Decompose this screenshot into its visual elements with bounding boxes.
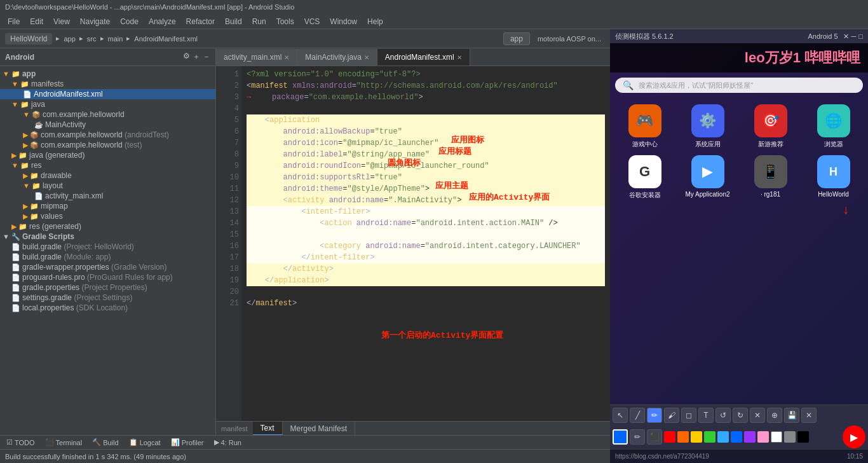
draw-close2-btn[interactable]: ✕ — [801, 408, 817, 423]
color-orange[interactable] — [677, 431, 689, 443]
app-icon-google[interactable]: G 谷歌安装器 — [616, 155, 673, 200]
tree-item-app[interactable]: ▼ 📁 app — [0, 69, 215, 79]
javagen-folder-icon: 📁 — [18, 151, 27, 160]
menu-item-file[interactable]: File — [3, 16, 25, 27]
color-black[interactable] — [797, 431, 809, 443]
menu-item-run[interactable]: Run — [247, 16, 271, 27]
tree-item-build-gradle-proj[interactable]: 📄 build.gradle (Project: HelloWorld) — [0, 242, 215, 252]
tree-item-manifests[interactable]: ▼ 📁 manifests — [0, 79, 215, 89]
color-red[interactable] — [664, 431, 675, 443]
emulator-maximize-icon[interactable]: □ — [858, 32, 863, 40]
color-blue[interactable] — [731, 431, 742, 443]
tree-item-local-props[interactable]: 📄 local.properties (SDK Location) — [0, 303, 215, 313]
logcat-btn[interactable]: 📋 Logcat — [125, 438, 165, 447]
menu-item-window[interactable]: Window — [325, 16, 362, 27]
app-icon-game-center[interactable]: 🎮 游戏中心 — [616, 104, 673, 149]
draw-redo-btn[interactable]: ↻ — [733, 408, 748, 423]
color-lightblue[interactable] — [717, 431, 729, 443]
tab-mainactivity[interactable]: MainActivity.java ✕ — [297, 49, 377, 66]
tree-item-mipmap[interactable]: ▶ 📁 mipmap — [0, 201, 215, 211]
draw-pen-btn[interactable]: ✏ — [647, 408, 662, 423]
tab-close-androidmanifest[interactable]: ✕ — [457, 54, 462, 61]
tree-item-androidmanifest[interactable]: 📄 AndroidManifest.xml — [0, 89, 215, 99]
color-green[interactable] — [704, 431, 715, 443]
line-num-13: 13 — [219, 206, 239, 218]
run-config[interactable]: app — [503, 32, 530, 45]
menu-item-analyze[interactable]: Analyze — [144, 16, 181, 27]
menu-item-build[interactable]: Build — [220, 16, 247, 27]
tree-item-gradle-wrapper[interactable]: 📄 gradle-wrapper.properties (Gradle Vers… — [0, 262, 215, 272]
tree-item-androidtest[interactable]: ▶ 📦 com.example.helloworld (androidTest) — [0, 130, 215, 140]
record-btn[interactable]: ▶ — [843, 425, 865, 448]
draw-fill-btn[interactable]: ⬛ — [647, 429, 662, 445]
emulator-minimize-icon[interactable]: ─ — [851, 32, 857, 40]
draw-line-btn[interactable]: ╱ — [630, 408, 645, 423]
tree-item-values[interactable]: ▶ 📁 values — [0, 211, 215, 221]
gear-icon[interactable]: ⚙ — [183, 52, 190, 62]
tab-activity-main[interactable]: activity_main.xml ✕ — [216, 49, 297, 66]
menu-item-navigate[interactable]: Navigate — [75, 16, 115, 27]
app-icon-rg181[interactable]: 📱 · rg181 — [742, 155, 799, 200]
plus-icon[interactable]: ＋ — [193, 52, 200, 62]
tab-close-activity-main[interactable]: ✕ — [284, 54, 289, 61]
menu-item-code[interactable]: Code — [115, 16, 144, 27]
run-btn[interactable]: ▶ 4: Run — [210, 438, 245, 447]
color-yellow[interactable] — [691, 431, 702, 443]
tree-item-package-main[interactable]: ▼ 📦 com.example.helloworld — [0, 109, 215, 120]
tree-item-res-gen[interactable]: ▶ 📁 res (generated) — [0, 221, 215, 232]
draw-blue-dot[interactable] — [613, 429, 628, 445]
tree-item-drawable[interactable]: ▶ 📁 drawable — [0, 170, 215, 181]
menu-item-view[interactable]: View — [48, 16, 75, 27]
tree-item-gradle-scripts[interactable]: ▼ 🔧 Gradle Scripts — [0, 232, 215, 242]
app-icon-helloworld[interactable]: H HelloWorld — [805, 155, 862, 200]
tree-item-test[interactable]: ▶ 📦 com.example.helloworld (test) — [0, 140, 215, 150]
draw-undo-btn[interactable]: ↺ — [715, 408, 731, 423]
color-pink[interactable] — [757, 431, 769, 443]
tree-item-build-gradle-mod[interactable]: 📄 build.gradle (Module: app) — [0, 252, 215, 262]
app-icon-system[interactable]: ⚙️ 系统应用 — [679, 104, 736, 149]
emulator-close-icon[interactable]: ✕ — [843, 32, 849, 41]
draw-rect-btn[interactable]: ◻ — [681, 408, 696, 423]
draw-eraser-btn[interactable]: 🖌 — [664, 408, 679, 423]
code-line-19: </application> — [247, 275, 605, 286]
todo-btn[interactable]: ☑ TODO — [3, 438, 39, 447]
color-white[interactable] — [771, 431, 782, 443]
menu-item-refactor[interactable]: Refactor — [181, 16, 220, 27]
menu-item-edit[interactable]: Edit — [25, 16, 48, 27]
draw-text-btn[interactable]: T — [698, 408, 714, 423]
menu-item-help[interactable]: Help — [362, 16, 388, 27]
app-icon-myapp2[interactable]: ▶ My Application2 — [679, 155, 736, 200]
code-content[interactable]: <?xml version="1.0" encoding="utf-8"?> <… — [241, 66, 610, 421]
draw-cross-btn[interactable]: ⊕ — [767, 408, 782, 423]
tab-text[interactable]: Text — [253, 422, 283, 436]
profiler-btn[interactable]: 📊 Profiler — [167, 438, 208, 447]
tree-item-settings-gradle[interactable]: 📄 settings.gradle (Project Settings) — [0, 293, 215, 303]
build-btn[interactable]: 🔨 Build — [88, 438, 122, 447]
draw-cursor-btn[interactable]: ↖ — [613, 408, 628, 423]
app-icon-new-games[interactable]: 🎯 新游推荐 — [742, 104, 799, 149]
draw-delete-btn[interactable]: ✕ — [750, 408, 765, 423]
package-expand-icon-test: ▶ — [23, 141, 28, 149]
tree-item-mainactivity[interactable]: ☕ MainActivity — [0, 120, 215, 130]
color-gray[interactable] — [784, 431, 796, 443]
menu-item-vcs[interactable]: VCS — [299, 16, 325, 27]
menu-item-tools[interactable]: Tools — [271, 16, 299, 27]
tab-merged-manifest[interactable]: Merged Manifest — [283, 422, 355, 436]
tab-androidmanifest[interactable]: AndroidManifest.xml ✕ — [377, 49, 470, 66]
tree-item-layout[interactable]: ▼ 📁 layout — [0, 181, 215, 191]
tree-item-res[interactable]: ▼ 📁 res — [0, 160, 215, 170]
tree-item-java[interactable]: ▼ 📁 java — [0, 99, 215, 109]
draw-save-btn[interactable]: 💾 — [784, 408, 799, 423]
draw-pencil2-btn[interactable]: ✏ — [630, 429, 645, 445]
minus-icon[interactable]: － — [203, 52, 210, 62]
app-icon-browser[interactable]: 🌐 浏览器 — [805, 104, 862, 149]
tree-item-gradle-props[interactable]: 📄 gradle.properties (Project Properties) — [0, 282, 215, 293]
tab-close-mainactivity[interactable]: ✕ — [364, 54, 369, 61]
tree-item-java-gen[interactable]: ▶ 📁 java (generated) — [0, 150, 215, 160]
tree-item-proguard[interactable]: 📄 proguard-rules.pro (ProGuard Rules for… — [0, 272, 215, 282]
color-purple[interactable] — [744, 431, 756, 443]
tree-item-activity-main[interactable]: 📄 activity_main.xml — [0, 191, 215, 201]
search-bar[interactable]: 🔍 搜索游戏&应用，试试"阴阳师妖怪屋" — [615, 78, 863, 93]
gradle-scripts-icon: 🔧 — [11, 233, 20, 241]
terminal-btn[interactable]: ⬛ Terminal — [41, 438, 86, 447]
